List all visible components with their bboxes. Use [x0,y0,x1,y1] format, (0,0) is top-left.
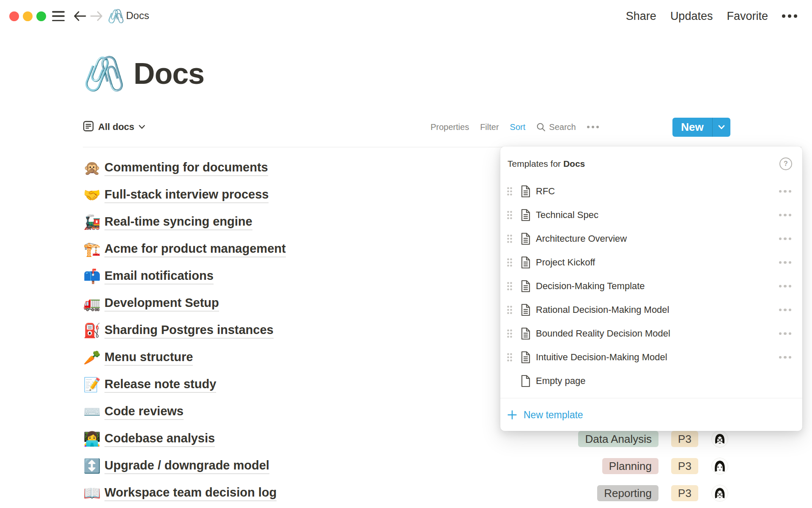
tag-pill[interactable]: Data Analysis [578,431,658,447]
document-icon [521,351,531,364]
priority-pill[interactable]: P3 [671,485,698,501]
search-button[interactable]: Search [536,122,576,132]
new-button-dropdown[interactable] [712,118,730,137]
doc-emoji: 📝 [83,376,104,393]
template-more-icon[interactable] [779,356,792,359]
more-menu-icon[interactable] [782,14,797,18]
doc-title-link[interactable]: Commenting for documents [104,160,268,176]
document-icon [521,232,531,245]
doc-title-link[interactable]: Code reviews [104,404,184,420]
help-icon[interactable]: ? [779,157,792,170]
doc-title-link[interactable]: Full-stack interview process [104,188,269,203]
new-template-button[interactable]: New template [500,398,802,431]
doc-title-link[interactable]: Codebase analysis [104,431,215,447]
doc-row[interactable]: 📖 Workspace team decision log Reporting … [0,480,812,507]
doc-emoji: ⛽ [83,322,104,339]
updates-button[interactable]: Updates [670,10,713,23]
properties-button[interactable]: Properties [431,122,469,132]
new-button[interactable]: New [672,118,712,137]
avatar[interactable] [711,431,728,447]
template-label: Intuitive Decision-Making Model [536,352,667,363]
template-label: Architecture Overview [536,233,627,244]
template-more-icon[interactable] [779,237,792,240]
page-paperclip-emoji[interactable]: 🖇️ [83,54,125,93]
template-row[interactable]: RFC [500,179,802,203]
forward-arrow-icon [90,11,103,23]
doc-emoji: 👩‍💻 [83,431,104,447]
template-row[interactable]: Architecture Overview [500,227,802,251]
document-icon [521,304,531,316]
traffic-light-yellow-icon[interactable] [23,11,33,21]
filter-button[interactable]: Filter [480,122,499,132]
titlebar: 🖇️ Docs Share Updates Favorite [0,0,812,32]
drag-handle-icon[interactable] [507,187,513,196]
templates-panel: Templates for Docs ? RFC Technical Spec … [500,146,802,431]
template-row[interactable]: Intuitive Decision-Making Model [500,345,802,369]
favorite-button[interactable]: Favorite [727,10,768,23]
drag-handle-icon[interactable] [507,329,513,338]
document-icon [521,256,531,269]
doc-emoji: ↕️ [83,458,104,475]
template-row[interactable]: Project Kickoff [500,251,802,274]
doc-emoji: 🥕 [83,349,104,366]
template-more-icon[interactable] [779,309,792,312]
chevron-down-icon [718,125,725,130]
view-label: All docs [98,121,134,133]
drag-handle-icon[interactable] [507,305,513,315]
drag-handle-icon[interactable] [507,234,513,243]
template-row[interactable]: Technical Spec [500,203,802,227]
template-more-icon[interactable] [779,332,792,335]
share-button[interactable]: Share [626,10,656,23]
doc-title-link[interactable]: Acme for product management [104,242,286,257]
sort-button[interactable]: Sort [510,122,526,132]
toolbar-more-icon[interactable] [587,126,599,128]
drag-handle-icon[interactable] [507,353,513,362]
app-window: 🖇️ Docs Share Updates Favorite 🖇️ Docs A… [0,0,812,508]
plus-icon [507,409,518,420]
doc-title-link[interactable]: Release note study [104,377,216,393]
doc-title-link[interactable]: Workspace team decision log [104,486,277,501]
doc-emoji: ⌨️ [83,403,104,420]
back-arrow-icon[interactable] [73,11,87,23]
doc-title-link[interactable]: Email notifications [104,269,214,284]
doc-title-link[interactable]: Menu structure [104,350,193,366]
search-label: Search [549,122,576,132]
doc-paperclip-emoji: 🖇️ [107,8,124,24]
template-label: Decision-Making Template [536,281,645,292]
priority-pill[interactable]: P3 [671,458,698,474]
drag-handle-icon[interactable] [507,282,513,291]
doc-title-link[interactable]: Upgrade / downgrade model [104,458,269,474]
empty-page-label: Empty page [536,375,585,387]
template-row[interactable]: Decision-Making Template [500,274,802,298]
priority-pill[interactable]: P3 [671,431,698,447]
all-docs-icon [83,121,94,133]
template-more-icon[interactable] [779,214,792,217]
template-row[interactable]: Bounded Reality Decision Model [500,322,802,345]
doc-emoji: 🏗️ [83,241,104,258]
titlebar-doc-name: Docs [126,10,149,22]
empty-page-row[interactable]: Empty page [500,369,802,393]
avatar[interactable] [711,485,728,502]
view-switcher-all-docs[interactable]: All docs [83,117,145,137]
hamburger-icon[interactable] [52,11,65,21]
template-row[interactable]: Rational Decision-Making Model [500,298,802,322]
template-label: Rational Decision-Making Model [536,304,669,315]
tag-pill[interactable]: Reporting [597,485,658,501]
doc-title-link[interactable]: Sharding Postgres instances [104,323,274,339]
templates-panel-title: Templates for Docs [508,159,585,169]
template-more-icon[interactable] [779,190,792,193]
doc-title-link[interactable]: Development Setup [104,296,219,312]
traffic-light-red-icon[interactable] [9,11,19,21]
template-more-icon[interactable] [779,261,792,264]
template-more-icon[interactable] [779,285,792,288]
doc-row[interactable]: ↕️ Upgrade / downgrade model Planning P3 [0,453,812,480]
traffic-light-green-icon[interactable] [36,11,46,21]
blank-page-icon [521,375,531,387]
doc-emoji: 🚛 [83,295,104,312]
page-title: Docs [134,54,204,93]
drag-handle-icon[interactable] [507,210,513,220]
doc-title-link[interactable]: Real-time syncing engine [104,215,252,230]
drag-handle-icon[interactable] [507,258,513,267]
tag-pill[interactable]: Planning [602,458,658,474]
avatar[interactable] [711,458,728,475]
